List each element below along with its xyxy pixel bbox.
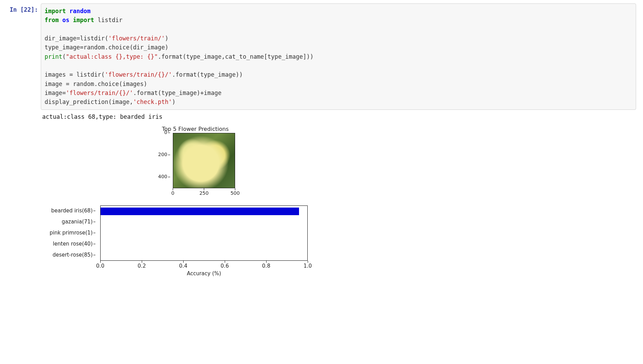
bar-category-label: pink primrose(1) (41, 230, 93, 236)
kw-from: from (45, 17, 59, 23)
image-xaxis: 0250500 (173, 190, 239, 199)
code11a: display_prediction(image, (45, 98, 133, 105)
code6b: .format(type_image,cat_to_name[type_imag… (158, 53, 314, 60)
code-line5: type_image=random.choice(dir_image) (45, 44, 168, 51)
code8b: .format(type_image)) (172, 71, 243, 78)
kw-import: import (45, 8, 66, 15)
image-subplot: 0200400 0250500 (152, 133, 273, 202)
mod-os: os (62, 17, 69, 23)
flower-image (173, 133, 235, 188)
fn-print: print (45, 53, 62, 60)
bar-category-label: lenten rose(40) (41, 241, 93, 247)
bar-category-label: desert-rose(85) (41, 252, 93, 258)
code-cell: In [22]: import random from os import li… (3, 3, 636, 110)
op-eq: = (76, 35, 80, 42)
output-cell: actual:class 68,type: bearded iris Top 5… (3, 111, 636, 278)
id-listdir: listdir (98, 17, 123, 23)
input-prompt: In [22]: (3, 3, 41, 13)
image-yaxis: 0200400 (152, 131, 172, 193)
bar-category-label: gazania(71) (41, 219, 93, 225)
output-area: actual:class 68,type: bearded iris Top 5… (41, 111, 636, 278)
bar-subplot: bearded iris(68)gazania(71)pink primrose… (45, 205, 363, 278)
code6a: ( (62, 53, 66, 60)
image-xtick: 0 (171, 190, 175, 196)
bar-xaxis: 0.00.20.40.60.81.0 (100, 261, 308, 270)
mod-random: random (69, 8, 91, 15)
code-line4a: dir_image (45, 35, 76, 42)
bar-xtick: 0.0 (96, 263, 104, 269)
code10a: image= (45, 89, 66, 96)
str-fmt1: "actual:class {},type: {}" (66, 53, 158, 60)
code9: image = random.choice(images) (45, 80, 147, 87)
code-line4c: ) (165, 35, 168, 42)
str-fmt3: 'flowers/train/{}/' (66, 89, 133, 96)
bar-xtick: 0.2 (138, 263, 146, 269)
code10b: .format(type_image)+image (133, 89, 222, 96)
bar-category-label: bearded iris(68) (41, 208, 93, 214)
matplotlib-figure: Top 5 Flower Predictions 0200400 0250500… (45, 126, 363, 278)
image-xtick: 500 (231, 190, 240, 196)
str-check: 'check.pth' (133, 98, 172, 105)
image-ytick: 400 (153, 174, 167, 179)
code11b: ) (172, 98, 175, 105)
str-fmt2: 'flowers/train/{}/' (105, 71, 172, 78)
bar-xtick: 0.4 (179, 263, 187, 269)
bar-ylabels: bearded iris(68)gazania(71)pink primrose… (45, 205, 96, 261)
image-xtick: 250 (199, 190, 209, 196)
bar (101, 208, 299, 215)
stdout-line: actual:class 68,type: bearded iris (42, 113, 636, 120)
bar-xtick: 0.6 (221, 263, 229, 269)
bar-xlabel: Accuracy (%) (100, 270, 308, 277)
kw-import2: import (73, 17, 94, 23)
output-prompt-spacer (3, 111, 41, 114)
bar-plot-box (100, 205, 308, 261)
image-ytick: 200 (153, 152, 167, 157)
code-line4b: listdir( (80, 35, 108, 42)
notebook: In [22]: import random from os import li… (0, 0, 643, 293)
code8a: images = listdir( (45, 71, 105, 78)
str-train: 'flowers/train/' (108, 35, 165, 42)
code-editor[interactable]: import random from os import listdir dir… (41, 3, 636, 110)
image-ytick: 0 (153, 130, 167, 135)
bar-xtick: 0.8 (262, 263, 270, 269)
bar-xtick: 1.0 (304, 263, 312, 269)
